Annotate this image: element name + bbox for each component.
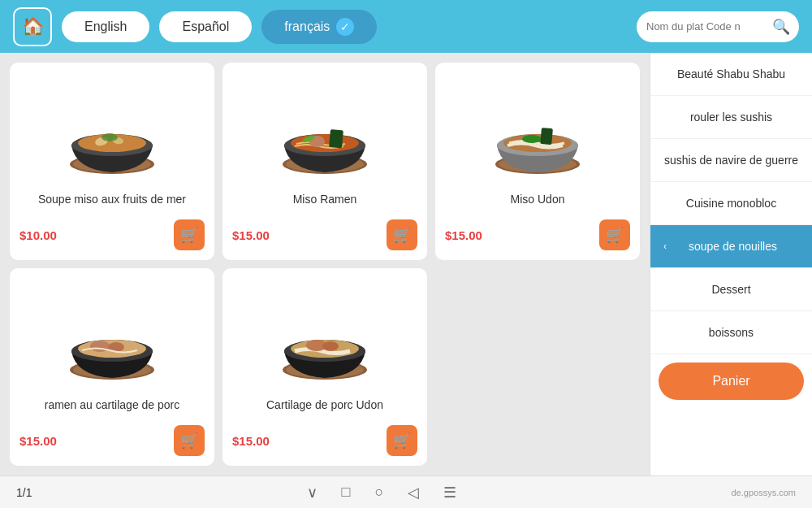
product-name: ramen au cartilage de porc bbox=[45, 398, 180, 411]
watermark: de.gpossys.com bbox=[732, 488, 796, 497]
add-to-cart-button[interactable]: 🛒 bbox=[174, 425, 205, 456]
product-name: Miso Udon bbox=[511, 193, 565, 206]
cart-icon: 🛒 bbox=[606, 226, 624, 244]
product-card-empty bbox=[435, 268, 640, 466]
sidebar-item-beaute[interactable]: Beauté Shabu Shabu bbox=[650, 53, 812, 96]
home-icon: 🏠 bbox=[22, 16, 44, 37]
sidebar-item-label: sushis de navire de guerre bbox=[663, 154, 799, 167]
add-to-cart-button[interactable]: 🛒 bbox=[387, 219, 417, 250]
product-card: ramen au cartilage de porc $15.00 🛒 bbox=[10, 268, 214, 466]
nav-icons: ∨ □ ○ ◁ ☰ bbox=[307, 484, 457, 501]
sidebar-item-battleship-sushi[interactable]: sushis de navire de guerre bbox=[650, 139, 812, 182]
add-to-cart-button[interactable]: 🛒 bbox=[387, 425, 417, 456]
product-image bbox=[55, 72, 169, 186]
nav-square-icon[interactable]: □ bbox=[342, 484, 351, 501]
sidebar-item-label: rouler les sushis bbox=[663, 111, 799, 124]
product-name: Soupe miso aux fruits de mer bbox=[38, 193, 186, 206]
sidebar-item-label: Cuisine monobloc bbox=[663, 197, 799, 210]
page-indicator: 1/1 bbox=[16, 486, 32, 499]
home-button[interactable]: 🏠 bbox=[13, 7, 52, 46]
sidebar-item-drinks[interactable]: boissons bbox=[650, 311, 812, 354]
sidebar-item-cuisine[interactable]: Cuisine monobloc bbox=[650, 182, 812, 225]
nav-circle-icon[interactable]: ○ bbox=[374, 484, 383, 501]
language-espanol-button[interactable]: Español bbox=[159, 11, 252, 42]
food-illustration bbox=[272, 76, 378, 182]
product-image bbox=[481, 72, 594, 186]
svg-point-21 bbox=[522, 135, 542, 143]
cart-icon: 🛒 bbox=[393, 226, 411, 244]
product-footer: $15.00 🛒 bbox=[232, 219, 417, 250]
product-name: Miso Ramen bbox=[293, 193, 357, 206]
main-content: Soupe miso aux fruits de mer $10.00 🛒 bbox=[0, 53, 812, 475]
nav-down-icon[interactable]: ∨ bbox=[307, 484, 317, 501]
product-name: Cartilage de porc Udon bbox=[266, 398, 383, 411]
product-price: $15.00 bbox=[19, 434, 57, 448]
product-card: Soupe miso aux fruits de mer $10.00 🛒 bbox=[10, 63, 214, 260]
svg-point-7 bbox=[102, 133, 118, 141]
product-footer: $15.00 🛒 bbox=[232, 425, 417, 456]
product-price: $15.00 bbox=[445, 228, 482, 242]
product-grid: Soupe miso aux fruits de mer $10.00 🛒 bbox=[0, 53, 650, 475]
product-price: $15.00 bbox=[232, 228, 270, 242]
product-footer: $10.00 🛒 bbox=[19, 219, 205, 250]
search-input[interactable] bbox=[646, 20, 772, 33]
nav-back-icon[interactable]: ◁ bbox=[408, 484, 419, 501]
product-image bbox=[268, 278, 382, 392]
sidebar-item-label: Beauté Shabu Shabu bbox=[663, 67, 799, 80]
sidebar-item-sushi-roll[interactable]: rouler les sushis bbox=[650, 96, 812, 139]
svg-point-36 bbox=[322, 341, 339, 351]
bottom-bar: 1/1 ∨ □ ○ ◁ ☰ de.gpossys.com bbox=[0, 475, 812, 508]
language-english-button[interactable]: English bbox=[62, 11, 149, 42]
product-footer: $15.00 🛒 bbox=[445, 219, 630, 250]
product-price: $10.00 bbox=[19, 228, 57, 242]
search-box[interactable]: 🔍 bbox=[637, 11, 799, 42]
nav-menu-icon[interactable]: ☰ bbox=[443, 484, 456, 501]
product-image bbox=[268, 72, 382, 186]
cart-icon: 🛒 bbox=[180, 226, 198, 244]
language-francais-button[interactable]: français bbox=[261, 10, 377, 44]
food-illustration bbox=[485, 76, 590, 182]
sidebar: Beauté Shabu Shabu rouler les sushis sus… bbox=[650, 53, 812, 475]
add-to-cart-button[interactable]: 🛒 bbox=[599, 219, 630, 250]
product-image bbox=[55, 278, 169, 392]
sidebar-item-label: Dessert bbox=[663, 283, 799, 296]
food-illustration bbox=[59, 76, 165, 182]
panier-button[interactable]: Panier bbox=[659, 363, 804, 400]
food-illustration bbox=[59, 282, 165, 388]
sidebar-item-label: boissons bbox=[663, 326, 799, 339]
food-illustration bbox=[272, 282, 378, 388]
product-card: Cartilage de porc Udon $15.00 🛒 bbox=[222, 268, 427, 466]
svg-rect-14 bbox=[329, 129, 343, 148]
product-price: $15.00 bbox=[232, 434, 270, 448]
header: 🏠 English Español français 🔍 bbox=[0, 0, 812, 53]
svg-rect-22 bbox=[540, 128, 553, 145]
product-card: Miso Udon $15.00 🛒 bbox=[435, 63, 640, 260]
sidebar-item-noodles[interactable]: ‹ soupe de nouilles bbox=[650, 225, 812, 268]
add-to-cart-button[interactable]: 🛒 bbox=[174, 219, 205, 250]
sidebar-item-dessert[interactable]: Dessert bbox=[650, 268, 812, 311]
cart-icon: 🛒 bbox=[180, 432, 198, 449]
product-card: Miso Ramen $15.00 🛒 bbox=[222, 63, 427, 260]
sidebar-item-label: soupe de nouilles bbox=[667, 240, 799, 253]
product-footer: $15.00 🛒 bbox=[19, 425, 205, 456]
cart-icon: 🛒 bbox=[393, 432, 411, 449]
search-icon: 🔍 bbox=[772, 18, 790, 36]
